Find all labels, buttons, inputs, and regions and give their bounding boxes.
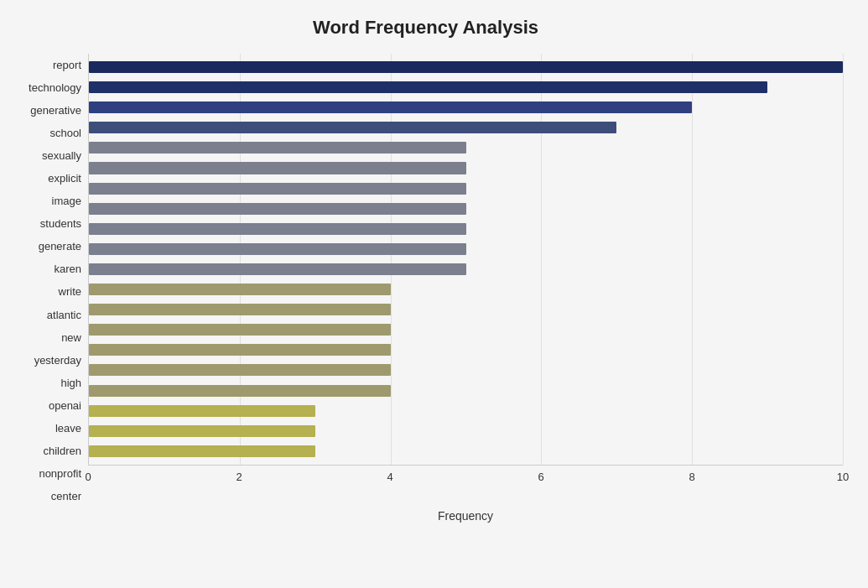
- bars-grid: [88, 54, 843, 466]
- bar-row: [89, 421, 843, 441]
- bar: [89, 243, 466, 255]
- y-label: write: [8, 286, 81, 297]
- bar-row: [89, 158, 843, 178]
- bar-row: [89, 320, 843, 340]
- bar-row: [89, 97, 843, 117]
- bar-row: [89, 299, 843, 320]
- y-label: generative: [8, 105, 81, 116]
- bar-row: [89, 179, 843, 199]
- y-labels: reporttechnologygenerativeschoolsexually…: [8, 54, 88, 507]
- y-label: sexually: [8, 150, 81, 161]
- y-label: school: [8, 127, 81, 138]
- y-label: students: [8, 218, 81, 229]
- y-label: technology: [8, 82, 81, 93]
- bar-row: [89, 360, 843, 380]
- y-label: nonprofit: [8, 468, 81, 479]
- bar: [89, 263, 466, 275]
- bar: [89, 304, 391, 315]
- bars-inner: [89, 54, 843, 465]
- chart-container: Word Frequency Analysis reporttechnology…: [0, 0, 868, 588]
- y-label: image: [8, 195, 81, 206]
- y-label: new: [8, 332, 81, 343]
- x-tick: 6: [538, 471, 543, 483]
- bar-row: [89, 219, 843, 239]
- y-label: generate: [8, 241, 81, 252]
- bars-and-x: 0246810 Frequency: [88, 54, 843, 507]
- bar-row: [89, 57, 843, 77]
- bar: [89, 203, 466, 215]
- x-axis-label: Frequency: [88, 509, 843, 523]
- bar: [89, 405, 315, 417]
- bar: [89, 445, 315, 457]
- chart-area: reporttechnologygenerativeschoolsexually…: [8, 54, 843, 507]
- bar: [89, 425, 315, 437]
- bar: [89, 142, 466, 154]
- y-label: high: [8, 377, 81, 388]
- y-label: openai: [8, 400, 81, 411]
- bar: [89, 284, 391, 295]
- bar: [89, 385, 391, 397]
- bar-row: [89, 441, 843, 461]
- bar: [89, 162, 466, 174]
- x-tick: 0: [85, 471, 91, 483]
- bar-row: [89, 77, 843, 97]
- bar-row: [89, 279, 843, 299]
- bar: [89, 183, 466, 195]
- y-label: yesterday: [8, 355, 81, 366]
- bar: [89, 122, 616, 133]
- bar-row: [89, 117, 843, 138]
- chart-title: Word Frequency Analysis: [8, 17, 843, 39]
- x-tick: 4: [387, 471, 392, 483]
- bar-row: [89, 340, 843, 360]
- bar: [89, 223, 466, 235]
- bar: [89, 101, 692, 113]
- y-label: report: [8, 60, 81, 70]
- bar-row: [89, 401, 843, 421]
- bar: [89, 364, 391, 376]
- x-tick: 10: [837, 471, 849, 483]
- y-label: leave: [8, 423, 81, 434]
- x-tick: 8: [689, 471, 694, 483]
- bar: [89, 344, 391, 356]
- bar-row: [89, 381, 843, 401]
- y-label: children: [8, 445, 81, 456]
- y-label: atlantic: [8, 310, 81, 320]
- x-tick: 2: [236, 471, 242, 483]
- bar: [89, 81, 767, 93]
- bar-row: [89, 138, 843, 158]
- bar-row: [89, 259, 843, 279]
- y-label: explicit: [8, 173, 81, 184]
- grid-line: [843, 54, 844, 465]
- y-label: center: [8, 491, 81, 502]
- bar: [89, 61, 843, 73]
- bar: [89, 324, 391, 336]
- y-label: karen: [8, 263, 81, 274]
- bar-row: [89, 199, 843, 219]
- bar-row: [89, 239, 843, 259]
